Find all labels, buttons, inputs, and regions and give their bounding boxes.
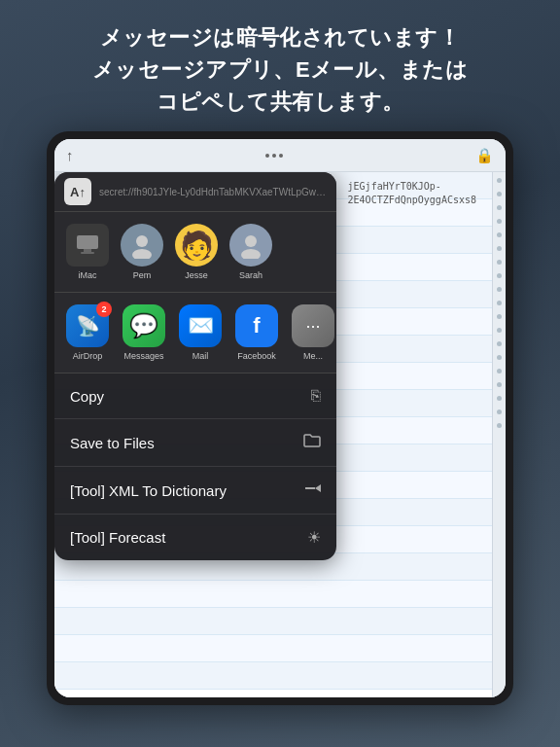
edge-dot — [497, 423, 502, 428]
folder-icon — [303, 433, 321, 452]
svg-rect-2 — [81, 252, 94, 254]
svg-point-4 — [132, 249, 152, 259]
app-mail[interactable]: ✉️ Mail — [175, 304, 226, 361]
svg-marker-7 — [315, 484, 321, 492]
copy-icon: ⎘ — [311, 387, 321, 405]
app-label-facebook: Facebook — [237, 351, 276, 361]
edge-dot — [497, 355, 502, 360]
edge-dot — [497, 314, 502, 319]
app-facebook[interactable]: f Facebook — [231, 304, 282, 361]
share-app-bar: A↑ secret://fh901JYle-Ly0dHdnTabMKVXaeTW… — [54, 172, 336, 212]
action-forecast[interactable]: [Tool] Forecast ☀ — [54, 515, 336, 560]
messages-icon: 💬 — [122, 304, 165, 347]
edge-dot — [497, 341, 502, 346]
dot-3 — [279, 154, 283, 158]
encoded-text: jEGjfaHYrT0KJOp- 2E4OCTZFdQnpOyggACsxs8 — [348, 180, 476, 207]
person-label-imac: iMac — [78, 270, 96, 280]
apps-row: 📡 2 AirDrop 💬 Messages — [54, 293, 336, 374]
status-bar: ↑ 🔒 — [54, 139, 506, 172]
forecast-icon: ☀ — [307, 528, 321, 547]
edge-dot — [497, 287, 502, 292]
person-label-sarah: Sarah — [239, 270, 262, 280]
person-imac[interactable]: iMac — [64, 224, 111, 280]
line-16 — [54, 581, 492, 608]
action-xml[interactable]: [Tool] XML To Dictionary — [54, 467, 336, 515]
action-copy[interactable]: Copy ⎘ — [54, 374, 336, 419]
header-title: メッセージは暗号化されています！ メッセージアプリ、Eメール、または コピペして… — [63, 0, 497, 131]
dot-2 — [272, 154, 276, 158]
airdrop-icon: 📡 2 — [66, 304, 109, 347]
action-label-copy: Copy — [70, 388, 104, 405]
person-label-jesse: Jesse — [185, 270, 208, 280]
app-airdrop[interactable]: 📡 2 AirDrop — [62, 304, 113, 361]
more-icon: ··· — [292, 304, 334, 347]
device-frame: ↑ 🔒 — [47, 131, 513, 705]
app-label-more: Me... — [303, 351, 323, 361]
edge-dot — [497, 301, 502, 305]
airdrop-badge: 2 — [96, 302, 112, 317]
action-save-files[interactable]: Save to Files — [54, 419, 336, 467]
line-19 — [54, 662, 492, 690]
share-sheet-panel: A↑ secret://fh901JYle-Ly0dHdnTabMKVXaeTW… — [54, 172, 336, 560]
edge-dot — [497, 409, 502, 414]
dot-1 — [265, 154, 269, 158]
edge-dot — [497, 328, 502, 333]
edge-dot — [497, 273, 502, 278]
svg-point-5 — [245, 235, 257, 247]
edge-dot — [497, 246, 502, 251]
share-secret-text: secret://fh901JYle-Ly0dHdnTabMKVXaeTWtLp… — [99, 187, 327, 197]
right-edge — [492, 172, 506, 697]
facebook-icon: f — [235, 304, 278, 347]
people-row: iMac Pem — [54, 212, 336, 293]
edge-dot — [497, 232, 502, 237]
notebook-area: jEGjfaHYrT0KJOp- 2E4OCTZFdQnpOyggACsxs8 … — [54, 172, 492, 697]
person-jesse[interactable]: 🧑 Jesse — [173, 224, 220, 280]
edge-dot — [497, 396, 502, 401]
lock-icon: 🔒 — [475, 147, 494, 164]
share-icon: ↑ — [66, 147, 74, 163]
action-label-xml: [Tool] XML To Dictionary — [70, 482, 227, 499]
svg-rect-8 — [305, 487, 315, 489]
mail-icon: ✉️ — [179, 304, 222, 347]
svg-rect-0 — [77, 235, 98, 249]
edge-dot — [497, 205, 502, 210]
person-avatar-imac — [66, 224, 109, 267]
encoded-line1: jEGjfaHYrT0KJOp- — [348, 180, 476, 194]
person-avatar-sarah — [229, 224, 272, 267]
content-area: jEGjfaHYrT0KJOp- 2E4OCTZFdQnpOyggACsxs8 … — [54, 172, 506, 697]
svg-point-3 — [136, 235, 148, 247]
encoded-line2: 2E4OCTZFdQnpOyggACsxs8 — [348, 194, 476, 207]
action-label-save: Save to Files — [70, 435, 155, 451]
edge-dot — [497, 192, 502, 196]
person-label-pem: Pem — [133, 270, 152, 280]
app-label-mail: Mail — [192, 351, 209, 361]
status-dots — [265, 154, 283, 158]
edge-dot — [497, 178, 502, 183]
action-label-forecast: [Tool] Forecast — [70, 529, 165, 546]
svg-rect-1 — [84, 249, 91, 252]
device-screen: ↑ 🔒 — [54, 139, 506, 697]
person-sarah[interactable]: Sarah — [228, 224, 274, 280]
edge-dot — [497, 369, 502, 374]
xml-icon — [305, 480, 321, 500]
app-label-airdrop: AirDrop — [73, 351, 103, 361]
share-app-icon: A↑ — [64, 178, 91, 205]
person-pem[interactable]: Pem — [119, 224, 165, 280]
edge-dot — [497, 219, 502, 224]
svg-point-6 — [241, 249, 261, 259]
edge-dot — [497, 382, 502, 387]
line-17 — [54, 608, 492, 635]
person-avatar-jesse: 🧑 — [175, 224, 218, 267]
app-label-messages: Messages — [123, 351, 163, 361]
line-18 — [54, 635, 492, 662]
app-messages[interactable]: 💬 Messages — [119, 304, 169, 361]
app-more[interactable]: ··· Me... — [288, 304, 336, 361]
edge-dot — [497, 260, 502, 265]
person-avatar-pem — [121, 224, 163, 267]
